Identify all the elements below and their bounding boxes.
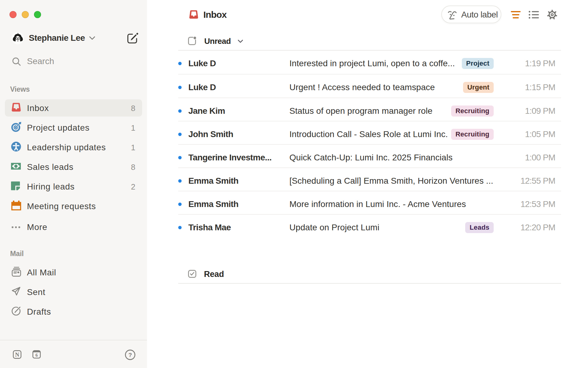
svg-text:N: N [15, 351, 19, 358]
svg-text:?: ? [128, 352, 132, 358]
svg-text:6: 6 [36, 353, 38, 358]
